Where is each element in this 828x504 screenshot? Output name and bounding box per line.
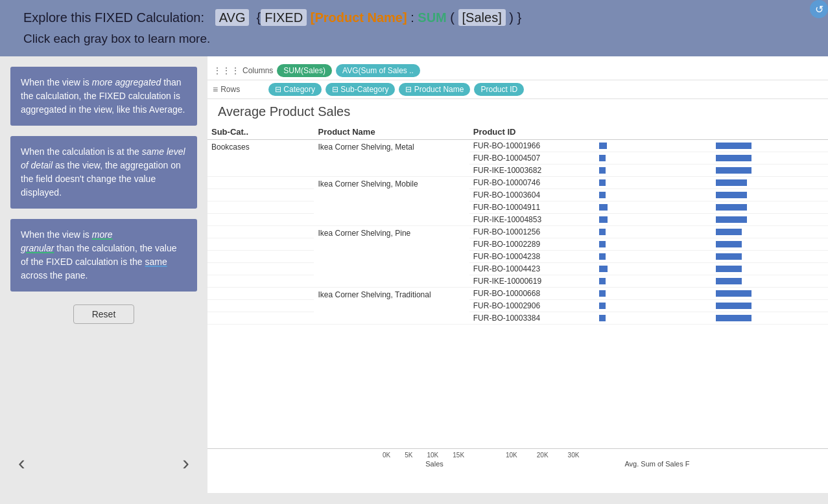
bar-avg (712, 201, 828, 213)
id-cell: FUR-BO-10004423 (469, 262, 595, 275)
id-cell: FUR-BO-10003604 (469, 189, 595, 201)
subcat-empty (207, 201, 314, 213)
columns-text: Columns (242, 66, 273, 75)
columns-label: ⋮⋮⋮ Columns (213, 65, 273, 76)
bar-sales (595, 213, 711, 225)
header-product: Product Name (314, 124, 469, 140)
chart-area: Average Product Sales Sub-Cat.. Product … (207, 99, 828, 493)
table-row: FUR-IKE-10000619 (207, 275, 828, 287)
bar-sales (595, 262, 711, 275)
table-row: Ikea Corner Shelving, Mobile FUR-BO-1000… (207, 176, 828, 189)
formula-sales[interactable]: [Sales] (458, 9, 506, 26)
id-cell: FUR-IKE-10000619 (469, 275, 595, 287)
axis-sales-label: Sales (383, 460, 486, 468)
id-cell: FUR-IKE-10003682 (469, 164, 595, 176)
formula-paren2: ) } (509, 10, 521, 25)
tick-avg-10k: 10K (506, 452, 517, 459)
header-line2: Click each gray box to learn more. (23, 30, 815, 49)
id-cell: FUR-BO-10004507 (469, 152, 595, 164)
bar-avg (712, 262, 828, 275)
bar-sales (595, 299, 711, 312)
bar-sales (595, 312, 711, 324)
next-arrow[interactable]: › (174, 448, 197, 477)
product-mobile: Ikea Corner Shelving, Mobile (314, 176, 469, 225)
subcat-bookcases: Bookcases (207, 139, 314, 176)
reset-button[interactable]: Reset (73, 304, 135, 324)
pill-product-name[interactable]: ⊟ Product Name (399, 83, 470, 96)
id-cell: FUR-BO-10002289 (469, 238, 595, 250)
axis-sales-ticks: 0K 5K 10K 15K (383, 452, 486, 459)
subcat-empty (207, 312, 314, 324)
tick-15k: 15K (453, 452, 464, 459)
table-row: Bookcases Ikea Corner Shelving, Metal FU… (207, 139, 828, 152)
formula-colon: : (410, 10, 418, 25)
table-row: FUR-BO-10003384 (207, 312, 828, 324)
subcat-empty (207, 189, 314, 201)
bar-avg (712, 176, 828, 189)
subcat-empty (207, 213, 314, 225)
product-traditional: Ikea Corner Shelving, Traditional (314, 287, 469, 324)
bar-sales (595, 238, 711, 250)
bar-avg (712, 275, 828, 287)
table-row: FUR-BO-10002289 (207, 238, 828, 250)
bar-avg (712, 213, 828, 225)
bar-avg (712, 164, 828, 176)
header-banner: Explore this FIXED Calculation: AVG {FIX… (0, 0, 828, 56)
data-table-container[interactable]: Sub-Cat.. Product Name Product ID Bookca… (207, 124, 828, 448)
rows-text: Rows (220, 85, 240, 94)
id-cell: FUR-BO-10000746 (469, 176, 595, 189)
header-bar1 (595, 124, 711, 140)
bar-sales (595, 201, 711, 213)
bar-avg (712, 287, 828, 299)
prev-arrow[interactable]: ‹ (10, 448, 33, 477)
bar-sales (595, 250, 711, 262)
tick-10k: 10K (427, 452, 438, 459)
info-box-3: When the view is moregranular than the c… (10, 219, 197, 292)
bar-sales (595, 287, 711, 299)
bar-avg (712, 312, 828, 324)
subcat-empty (207, 225, 314, 238)
tick-avg-30k: 30K (568, 452, 580, 459)
reset-button-wrapper: Reset (10, 304, 197, 324)
table-row: FUR-BO-10004423 (207, 262, 828, 275)
reload-button[interactable]: ↺ (810, 0, 828, 18)
pill-category[interactable]: ⊟ Category (268, 83, 322, 96)
formula-avg[interactable]: AVG (215, 9, 250, 26)
pill-sum-sales[interactable]: SUM(Sales) (277, 64, 332, 77)
id-cell: FUR-BO-10004238 (469, 250, 595, 262)
header-id: Product ID (469, 124, 595, 140)
bar-sales (595, 275, 711, 287)
formula-product-name: [Product Name] (311, 10, 407, 25)
formula-fixed[interactable]: FIXED (261, 9, 307, 26)
rows-icon: ≡ (213, 84, 218, 95)
subcat-empty (207, 275, 314, 287)
id-cell: FUR-BO-10004911 (469, 201, 595, 213)
header-bar2 (712, 124, 828, 140)
bar-avg (712, 238, 828, 250)
tick-5k: 5K (405, 452, 412, 459)
pill-product-id[interactable]: Product ID (474, 83, 524, 96)
pill-avg-sum[interactable]: AVG(Sum of Sales .. (336, 64, 420, 77)
subcat-empty (207, 238, 314, 250)
table-row: Ikea Corner Shelving, Traditional FUR-BO… (207, 287, 828, 299)
bar-avg (712, 250, 828, 262)
formula-sum: SUM (418, 10, 446, 25)
header-line1: Explore this FIXED Calculation: AVG {FIX… (23, 8, 815, 27)
pill-subcategory[interactable]: ⊟ Sub-Category (325, 83, 395, 96)
id-cell: FUR-BO-10001966 (469, 139, 595, 152)
left-panel: When the view is more aggregated than th… (0, 56, 207, 493)
bar-sales (595, 189, 711, 201)
bar-avg (712, 225, 828, 238)
table-row: Ikea Corner Shelving, Pine FUR-BO-100012… (207, 225, 828, 238)
columns-icon: ⋮⋮⋮ (213, 65, 240, 76)
main-content: When the view is more aggregated than th… (0, 56, 828, 493)
product-metal: Ikea Corner Shelving, Metal (314, 139, 469, 176)
bar-sales (595, 152, 711, 164)
bar-sales (595, 225, 711, 238)
table-row: FUR-IKE-10004853 (207, 213, 828, 225)
rows-label: ≡ Rows (213, 84, 265, 95)
subcat-empty (207, 262, 314, 275)
id-cell: FUR-BO-10002906 (469, 299, 595, 312)
columns-shelf: ⋮⋮⋮ Columns SUM(Sales) AVG(Sum of Sales … (207, 62, 828, 80)
bar-sales (595, 164, 711, 176)
